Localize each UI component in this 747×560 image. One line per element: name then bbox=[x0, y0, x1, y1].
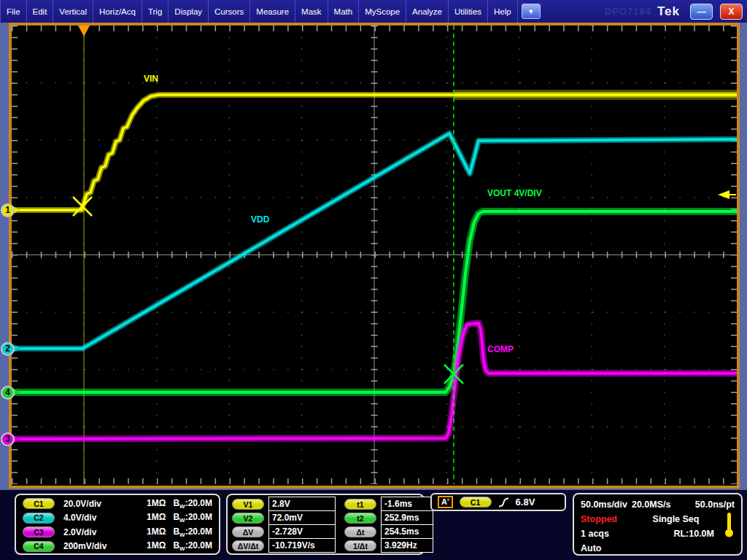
channel-scale: 2.0V/div bbox=[63, 527, 131, 537]
trigger-mode-value: Auto bbox=[581, 543, 601, 553]
cursor-pill-v: ΔV bbox=[232, 526, 264, 537]
menu-item-display[interactable]: Display bbox=[169, 0, 209, 23]
channel-badge-c4: C4 bbox=[23, 541, 55, 552]
chevron-down-icon: ▼ bbox=[527, 8, 534, 15]
channel-badge-c1: C1 bbox=[23, 498, 55, 509]
channel-scale: 20.0V/div bbox=[63, 499, 131, 509]
record-length-value: RL:10.0M bbox=[673, 529, 714, 539]
channel-settings-box[interactable]: C120.0V/div1MΩBW:20.0MC24.0V/div1MΩBW:20… bbox=[15, 494, 220, 555]
menu-item-file[interactable]: File bbox=[0, 0, 27, 23]
cursor-readout-box[interactable]: V12.8VV272.0mVΔV-2.728VΔV/Δt-10.719V/s t… bbox=[226, 494, 425, 555]
menu-item-analyze[interactable]: Analyze bbox=[406, 0, 449, 23]
cursor-value: -2.728V bbox=[268, 524, 336, 539]
menu-item-edit[interactable]: Edit bbox=[27, 0, 54, 23]
cursor-pill-1t: 1/Δt bbox=[344, 540, 376, 551]
minimize-icon: — bbox=[697, 7, 706, 17]
channel-scale: 4.0V/div bbox=[63, 513, 131, 523]
cursor-value: 252.9ms bbox=[381, 510, 433, 525]
channel-marker-4[interactable]: 4 bbox=[1, 386, 15, 400]
channel-badge-c2: C2 bbox=[23, 513, 55, 524]
model-label: DPO7104 bbox=[605, 6, 651, 17]
menu-item-mask[interactable]: Mask bbox=[295, 0, 328, 23]
cursor-readout-row: 1/Δt3.929Hz bbox=[344, 539, 433, 553]
channel-settings-row[interactable]: C32.0V/div1MΩBW:20.0M bbox=[16, 525, 219, 540]
close-icon: X bbox=[728, 7, 734, 17]
titlebar-right: DPO7104 Tek — X bbox=[605, 4, 747, 20]
tek-logo: Tek bbox=[657, 4, 680, 19]
cursor-pill-t1: t1 bbox=[344, 499, 376, 510]
channel-settings-row[interactable]: C120.0V/div1MΩBW:20.0M bbox=[16, 497, 219, 511]
close-button[interactable]: X bbox=[720, 4, 743, 20]
cursor-value: 2.8V bbox=[268, 497, 336, 511]
cursor-value: 254.5ms bbox=[381, 524, 433, 539]
channel-termination-bw: 1MΩBW:20.0M bbox=[147, 540, 212, 552]
menu-item-horiz-acq[interactable]: Horiz/Acq bbox=[93, 0, 142, 23]
cursor-value: 3.929Hz bbox=[381, 538, 433, 553]
trigger-source-badge: C1 bbox=[460, 497, 492, 508]
channel-scale: 200mV/div bbox=[63, 541, 131, 551]
cursor-pill-t2: t2 bbox=[344, 513, 376, 524]
cursor-readout-row: t1-1.6ms bbox=[344, 497, 433, 511]
cursor-readout-row: Δt254.5ms bbox=[344, 525, 433, 539]
menu-item-list: FileEditVerticalHoriz/AcqTrigDisplayCurs… bbox=[0, 0, 518, 23]
cursor-value: 72.0mV bbox=[268, 510, 336, 525]
menu-item-math[interactable]: Math bbox=[328, 0, 360, 23]
menu-overflow-button[interactable]: ▼ bbox=[522, 4, 541, 19]
cursor-readout-row: ΔV-2.728V bbox=[232, 525, 336, 539]
cursor-voltage-column: V12.8VV272.0mVΔV-2.728VΔV/Δt-10.719V/s bbox=[232, 497, 336, 551]
cursor-readout-row: t2252.9ms bbox=[344, 511, 433, 525]
sample-rate-value: 20.0MS/s bbox=[632, 499, 671, 510]
cursor-readout-row: ΔV/Δt-10.719V/s bbox=[232, 539, 336, 553]
graticule-frame bbox=[9, 23, 740, 489]
menu-item-myscope[interactable]: MyScope bbox=[359, 0, 406, 23]
acquisition-status: Stopped bbox=[581, 514, 617, 524]
cursor-readout-row: V272.0mV bbox=[232, 511, 336, 525]
acquisition-readout-box[interactable]: 50.0ms/div 20.0MS/s 50.0ns/pt Stopped Si… bbox=[573, 493, 743, 556]
cursor-readout-row: V12.8V bbox=[232, 497, 336, 511]
resolution-value: 50.0ns/pt bbox=[695, 499, 735, 510]
menu-item-vertical[interactable]: Vertical bbox=[53, 0, 93, 23]
cursor-time-column: t1-1.6mst2252.9msΔt254.5ms1/Δt3.929Hz bbox=[344, 497, 433, 551]
menu-item-utilities[interactable]: Utilities bbox=[449, 0, 488, 23]
channel-settings-row[interactable]: C24.0V/div1MΩBW:20.0M bbox=[16, 511, 219, 526]
cursor-value: -1.6ms bbox=[381, 497, 433, 511]
thermometer-icon bbox=[724, 512, 734, 538]
rising-edge-icon bbox=[498, 497, 509, 508]
cursor-pill-v1: V1 bbox=[232, 499, 264, 510]
minimize-button[interactable]: — bbox=[690, 4, 713, 20]
channel-badge-c3: C3 bbox=[23, 526, 55, 537]
acquisition-mode: Single Seq bbox=[617, 514, 735, 524]
channel-marker-3[interactable]: 3 bbox=[1, 432, 15, 446]
trigger-level-value: 6.8V bbox=[516, 497, 535, 508]
channel-termination-bw: 1MΩBW:20.0M bbox=[147, 498, 212, 510]
acquisition-count: 1 acqs bbox=[581, 529, 609, 539]
menu-bar: FileEditVerticalHoriz/AcqTrigDisplayCurs… bbox=[0, 0, 747, 23]
cursor-pill-t: Δt bbox=[344, 526, 376, 537]
menu-item-help[interactable]: Help bbox=[488, 0, 518, 23]
trigger-readout-box[interactable]: A' C1 6.8V bbox=[430, 493, 566, 511]
channel-termination-bw: 1MΩBW:20.0M bbox=[147, 512, 212, 524]
menu-item-trig[interactable]: Trig bbox=[142, 0, 169, 23]
channel-settings-row[interactable]: C4200mV/div1MΩBW:20.0M bbox=[16, 540, 219, 554]
menu-item-measure[interactable]: Measure bbox=[250, 0, 295, 23]
readout-panel: C120.0V/div1MΩBW:20.0MC24.0V/div1MΩBW:20… bbox=[0, 490, 747, 560]
channel-marker-1[interactable]: 1 bbox=[1, 203, 15, 217]
cursor-pill-vt: ΔV/Δt bbox=[232, 540, 264, 551]
menu-item-cursors[interactable]: Cursors bbox=[209, 0, 250, 23]
cursor-value: -10.719V/s bbox=[268, 538, 336, 553]
cursor-pill-v2: V2 bbox=[232, 513, 264, 524]
oscilloscope-screen: FileEditVerticalHoriz/AcqTrigDisplayCurs… bbox=[0, 0, 747, 560]
trigger-a-label: A' bbox=[438, 496, 453, 508]
timebase-value: 50.0ms/div bbox=[581, 499, 627, 510]
channel-marker-2[interactable]: 2 bbox=[1, 342, 15, 356]
channel-termination-bw: 1MΩBW:20.0M bbox=[147, 526, 212, 538]
